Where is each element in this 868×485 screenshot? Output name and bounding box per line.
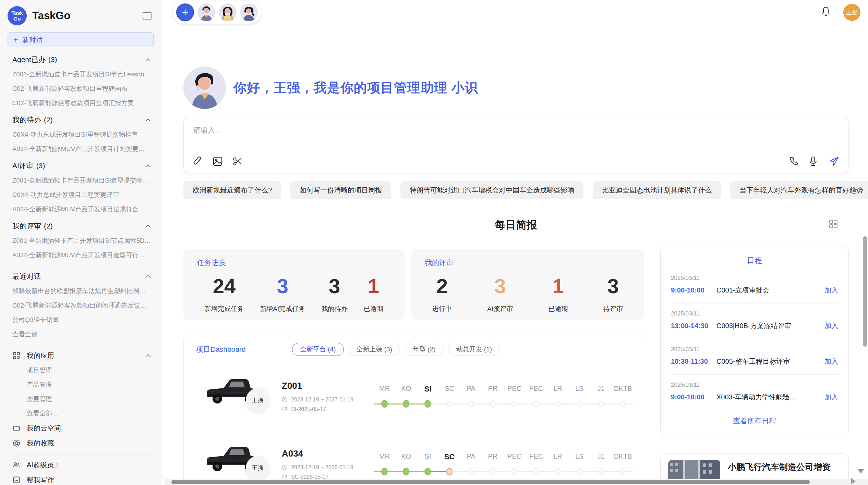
sidebar-task-item[interactable]: Z001-全新燃油轻卡产品开发项目SI节点属性5D文件评审 (12, 234, 151, 248)
sidebar-task-item[interactable]: Z001-全新燃油皮卡产品开发项目SI节点Lesson Learn报告 (12, 67, 151, 82)
stat-value: 1 (548, 274, 568, 299)
project-row[interactable]: 王强 Z001 2023-12-19 ~ 2027-01-19 (196, 369, 644, 424)
milestone-dot[interactable] (555, 400, 560, 407)
chevron-up-icon (145, 354, 151, 357)
milestone-segment (374, 471, 381, 472)
sidebar-item-help-write[interactable]: 帮我写作 (12, 472, 151, 485)
milestone-dot[interactable] (446, 468, 453, 475)
project-row[interactable]: 王强 A034 2023-12-19 ~ 2026-01-19 (196, 437, 644, 485)
suggestion-chip[interactable]: 特朗普可能对进口汽车增税会对中国车企造成哪些影响 (400, 181, 583, 199)
milestone-track (547, 468, 568, 476)
recent-chat-item[interactable]: 公司Q3轻卡销量 (12, 313, 151, 327)
milestone-dot[interactable] (424, 400, 431, 408)
stats-row: 任务进度 24 新增完成任务 3 (183, 249, 644, 320)
milestone-dot[interactable] (424, 468, 431, 475)
dashboard-tab[interactable]: 全新上装 (3) (349, 343, 400, 356)
add-member-button[interactable]: + (176, 3, 194, 21)
milestone-dot[interactable] (620, 468, 626, 475)
section-my-review[interactable]: 我的评审 (2) (12, 219, 151, 234)
milestone-dot[interactable] (577, 468, 582, 475)
milestone-dot[interactable] (403, 400, 409, 408)
join-link[interactable]: 加入 (824, 286, 838, 295)
section-agent-done[interactable]: Agent已办 (3) (12, 52, 151, 67)
project-dates: 2023-12-19 ~ 2027-01-19 (282, 397, 374, 403)
sidebar-item-favorites[interactable]: 我的收藏 (12, 436, 151, 451)
app-sub-item[interactable]: 变更管理 (27, 392, 151, 406)
sidebar-task-item[interactable]: A034-全新新能源MUV产品开发项目计划变更表编写 (12, 142, 151, 156)
scroll-right-arrow[interactable] (851, 478, 856, 484)
member-avatar[interactable] (219, 3, 237, 21)
milestone-dot[interactable] (598, 400, 604, 407)
notification-bell-icon[interactable] (821, 6, 831, 17)
chevron-up-icon (145, 119, 151, 122)
horizontal-scrollbar[interactable] (171, 480, 810, 484)
chat-input[interactable] (193, 125, 645, 146)
milestone-track (460, 400, 482, 408)
vertical-scrollbar[interactable] (863, 236, 867, 347)
section-recent-chats[interactable]: 最近对话 (12, 269, 151, 284)
sidebar-item-cloud-space[interactable]: 我的云空间 (12, 421, 151, 436)
milestone-dot[interactable] (511, 468, 517, 475)
milestone-dot[interactable] (533, 468, 539, 475)
dashboard-tab[interactable]: 全新平台 (4) (292, 343, 344, 356)
milestone-dot[interactable] (490, 400, 496, 407)
sidebar-task-item[interactable]: A034-全新新能源MUV产品开发项目造型可行性评审 (12, 248, 151, 262)
milestone-dot[interactable] (490, 468, 496, 475)
section-ai-review[interactable]: AI评审 (3) (12, 158, 151, 173)
dashboard-tab[interactable]: 动总开发 (1) (448, 343, 500, 356)
milestone-dot[interactable] (511, 400, 517, 407)
attachment-icon[interactable] (193, 156, 203, 166)
app-sub-item[interactable]: 项目管理 (27, 363, 151, 377)
sidebar-task-item[interactable]: C0X4-动力总成开发项目SI里程碑提交物检查 (12, 127, 151, 142)
section-my-todo[interactable]: 我的待办 (2) (12, 112, 151, 127)
sidebar-task-item[interactable]: C02-飞腾新能源轻客改款项目立项汇报方案 (12, 96, 151, 110)
join-link[interactable]: 加入 (824, 393, 838, 402)
project-dashboard-card: 项目Dashboard 全新平台 (4)全新上装 (3)年型 (2)动总开发 (… (183, 334, 644, 485)
view-all-schedule-link[interactable]: 查看所有日程 (671, 410, 838, 429)
member-avatar[interactable] (240, 3, 258, 21)
scissors-icon[interactable] (232, 156, 243, 166)
sidebar-item-my-apps[interactable]: 我的应用 (12, 348, 151, 363)
sidebar-item-ai-employee[interactable]: AI超级员工 (12, 457, 151, 472)
layout-grid-icon[interactable] (829, 219, 838, 229)
sidebar-toggle-icon[interactable] (143, 12, 152, 20)
recent-chat-item[interactable]: 查看全部... (12, 327, 151, 341)
milestone-dot[interactable] (533, 400, 539, 407)
phone-icon[interactable] (789, 156, 799, 166)
recent-chat-item[interactable]: 解释最新出台的欧盟报废车法规再生塑料比例被调至15%... (12, 284, 151, 298)
send-icon[interactable] (829, 156, 839, 166)
milestone-dot[interactable] (577, 400, 582, 407)
app-sub-item[interactable]: 查看全部... (27, 406, 151, 421)
recent-chat-item[interactable]: C02-飞腾新能源轻客改款项目的闭环通告反馈情况 (12, 298, 151, 313)
milestone-dot[interactable] (468, 400, 474, 407)
milestone-segment (604, 403, 612, 405)
milestone-dot[interactable] (447, 400, 453, 407)
milestone-dot[interactable] (620, 400, 626, 407)
milestone-track (525, 468, 547, 476)
dashboard-tab[interactable]: 年型 (2) (405, 343, 444, 356)
suggestion-chip[interactable]: 当下年轻人对汽车外观有怎样的喜好趋势 (730, 181, 868, 199)
join-link[interactable]: 加入 (824, 357, 838, 366)
user-avatar[interactable]: 王强 (843, 4, 860, 21)
schedule-date: 2025/03/11 (671, 346, 838, 353)
suggestion-chip[interactable]: 比亚迪全固态电池计划具体说了什么 (593, 181, 721, 199)
milestone-dot[interactable] (381, 468, 388, 475)
milestone-dot[interactable] (598, 468, 604, 475)
sidebar-task-item[interactable]: Z001-全新燃油轻卡产品开发项目SI造型提交物评审 (12, 173, 151, 188)
suggestion-chip[interactable]: 欧洲新规最近颁布了什么? (183, 181, 281, 199)
join-link[interactable]: 加入 (824, 321, 838, 331)
sidebar-task-item[interactable]: C02-飞腾新能源轻客改款项目里程碑画布 (12, 82, 151, 96)
milestone-dot[interactable] (403, 468, 409, 475)
app-sub-item[interactable]: 产品管理 (27, 377, 151, 392)
microphone-icon[interactable] (809, 156, 819, 166)
scroll-down-arrow[interactable] (858, 469, 864, 474)
new-chat-button[interactable]: + 新对话 (8, 32, 154, 47)
sidebar-task-item[interactable]: C0X4-动力总成开发项目工程变更评审 (12, 188, 151, 202)
milestone-dot[interactable] (555, 468, 560, 475)
milestone-dot[interactable] (468, 468, 474, 475)
sidebar-task-item[interactable]: A034-全新新能源MUV产品开发项目法规符合性评审 (12, 202, 151, 216)
suggestion-chip[interactable]: 如何写一份清晰的项目周报 (290, 181, 391, 199)
image-icon[interactable] (213, 156, 223, 166)
member-avatar[interactable] (197, 3, 215, 21)
milestone-dot[interactable] (381, 400, 388, 408)
